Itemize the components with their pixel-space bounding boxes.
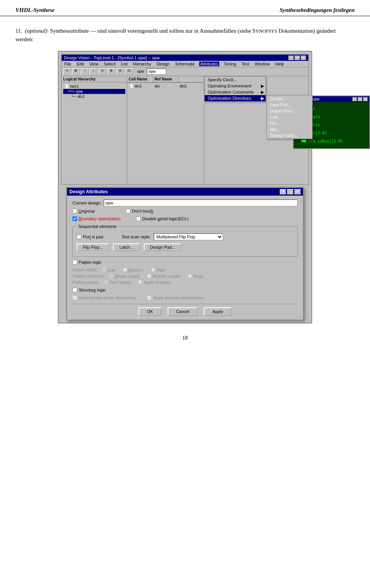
r-apply-strategy-input[interactable] (138, 280, 142, 284)
dv-body: Logical Hierarchy 📄 hier1 ==> opw └─ alu… (62, 76, 308, 184)
menu-help[interactable]: Help (274, 62, 285, 66)
toolbar-btn-5[interactable]: ⊙ (99, 68, 106, 75)
r-low-input[interactable] (102, 268, 106, 272)
r-single-input[interactable] (109, 274, 113, 278)
symbol-minimize[interactable]: _ (352, 97, 357, 101)
dm-opt-directives[interactable]: Optimization Directives ▶ Design... Inpu… (205, 95, 266, 101)
da-ok-btn[interactable]: OK (138, 307, 161, 316)
r-multiple-input[interactable] (147, 274, 151, 278)
cb-disable-wired-input[interactable] (136, 216, 141, 221)
da-phase-dont-apply: Don't apply (104, 280, 131, 285)
r-high-input[interactable] (151, 268, 155, 272)
da-design-pad-btn[interactable]: Design Pad... (144, 243, 182, 251)
dv-minimize-btn[interactable]: _ (288, 55, 294, 60)
dv-cell-alu1[interactable]: 📄 alu1 (128, 84, 153, 89)
da-checkbox-row-2: Boundary optimization Disable wired logi… (72, 216, 298, 221)
dm-operating-env[interactable]: Operating Environment ▶ (205, 83, 266, 89)
dv-lh-content: 📄 hier1 ==> opw └─ alu1 (62, 82, 127, 101)
da-latch-btn[interactable]: Latch... (113, 243, 140, 251)
dm-specify-clock[interactable]: Specify Clock... (205, 77, 266, 83)
da-apply-btn[interactable]: Apply (204, 307, 232, 316)
toolbar-btn-4[interactable]: ↓ (90, 68, 98, 75)
r-medium-input[interactable] (123, 268, 127, 272)
cb-flatten-input[interactable] (72, 260, 77, 265)
screenshot-container: Design Vision - TopLevel.1 - [Symbol.1 o… (58, 51, 312, 323)
symbol-close[interactable]: × (363, 97, 368, 101)
dv-ref-alu: alu (153, 84, 178, 89)
menu-window[interactable]: Window (254, 62, 271, 66)
menu-view[interactable]: View (88, 62, 100, 66)
menu-design[interactable]: Design (155, 62, 171, 66)
dv-close-btn[interactable]: × (301, 55, 306, 60)
da-test-scan-select[interactable]: Multiplexed Flip Flop Scan None (154, 233, 223, 240)
r-dont-apply-input[interactable] (104, 280, 108, 284)
cb-structure-input[interactable] (72, 288, 77, 292)
menu-select[interactable]: Select (103, 62, 117, 66)
menu-file[interactable]: File (63, 62, 72, 66)
dv-left-panel: Logical Hierarchy 📄 hier1 ==> opw └─ alu… (62, 76, 127, 184)
dv-cell-alu1-2: alu1 (178, 84, 203, 89)
r-apply-strategy-label: Apply strategy (143, 280, 170, 285)
da-minimize-single: Single output (109, 274, 139, 278)
da-current-design-label: Current design: (72, 201, 101, 205)
da-close-btn[interactable]: × (294, 189, 301, 194)
menu-test[interactable]: Test (240, 62, 251, 66)
menu-schematic[interactable]: Schematic (174, 62, 196, 66)
da-title: Design Attributes (69, 189, 108, 194)
cb-ungroup-input[interactable] (72, 209, 77, 213)
da-flip-flop-btn[interactable]: Flip-Flop... (77, 243, 109, 251)
da-test-scan-label: Test scan style: (122, 235, 151, 239)
dv-cell-header: Cell Name (127, 76, 153, 82)
opt-directives-submenu: Design... Input Port... Output Port... C… (266, 95, 313, 139)
cb-apply-timing-label: Apply timing driven structuring (79, 295, 135, 300)
da-current-design-input[interactable] (104, 199, 298, 206)
toolbar-btn-8[interactable]: ⊡ (125, 68, 133, 75)
da-dont-touch-checkbox: Don't touch (126, 209, 153, 213)
toolbar-btn-1[interactable]: ≡ (63, 68, 71, 75)
da-bottom-buttons: OK Cancel Apply (72, 304, 298, 316)
lh-item-alu[interactable]: └─ alu1 (63, 94, 125, 99)
da-help-btn[interactable]: ? (280, 189, 286, 194)
da-flatten-phase-group: Flatten phase: Don't apply Apply strateg… (72, 280, 298, 285)
cb-apply-boolean-input[interactable] (147, 295, 151, 300)
cb-dont-touch-input[interactable] (126, 209, 130, 213)
sm-output-port[interactable]: Output Port... (267, 108, 312, 114)
dv-empty-header (178, 76, 204, 82)
toolbar-btn-7[interactable]: ⊖ (116, 68, 124, 75)
toolbar-btn-2[interactable]: ⊞ (72, 68, 80, 75)
sm-timing-paths[interactable]: Timing Paths... (267, 132, 312, 139)
dv-toolbar: ≡ ⊞ ↑ ↓ ⊙ ⊕ ⊖ ⊡ opw opw (62, 67, 308, 76)
menu-hierarchy[interactable]: Hierarchy (132, 62, 152, 66)
toolbar-btn-6[interactable]: ⊕ (108, 68, 115, 75)
da-minimize-btn[interactable]: □ (287, 189, 293, 194)
sm-cell[interactable]: Cell... (267, 114, 312, 120)
da-cancel-btn[interactable]: Cancel (168, 307, 198, 316)
menu-edit[interactable]: Edit (76, 62, 85, 66)
cb-port-is-pad-input[interactable] (77, 235, 81, 239)
cb-boundary-input[interactable] (72, 216, 77, 221)
dv-maximize-btn[interactable]: □ (294, 55, 300, 60)
da-current-design-row: Current design: (72, 199, 298, 206)
toolbar-btn-3[interactable]: ↑ (81, 68, 89, 75)
sm-pin[interactable]: Pin... (267, 120, 312, 126)
menu-timing[interactable]: Timing (222, 62, 237, 66)
r-none-input[interactable] (188, 274, 192, 278)
lh-item-opw[interactable]: ==> opw (63, 89, 125, 94)
cb-apply-timing-input[interactable] (72, 295, 77, 300)
da-flatten-phase-label: Flatten phase: (72, 280, 99, 285)
lh-item-hier[interactable]: 📄 hier1 (63, 84, 125, 89)
sm-input-port[interactable]: Input Port... (267, 102, 312, 108)
dv-right-panels: Specify Clock... Operating Environment ▶… (204, 76, 308, 184)
sm-design[interactable]: Design... (267, 95, 312, 102)
da-phase-apply-strategy: Apply strategy (138, 280, 170, 285)
intro-text1: Syntheseattribute — sind sinnvoll vorein… (15, 28, 336, 42)
toolbar-text: opw (137, 69, 144, 74)
symbol-maximize[interactable]: □ (358, 97, 362, 101)
sm-net[interactable]: Net... (267, 126, 312, 132)
dm-opt-constraints[interactable]: Optimization Constraints ▶ (205, 89, 266, 95)
toolbar-input[interactable]: opw (147, 69, 166, 75)
menu-attributes[interactable]: Attributes (199, 62, 219, 66)
cb-ungroup-label: Ungroup (79, 209, 95, 213)
menu-list[interactable]: List (120, 62, 129, 66)
da-structure-logic-checkbox: Structure logic (72, 288, 106, 292)
